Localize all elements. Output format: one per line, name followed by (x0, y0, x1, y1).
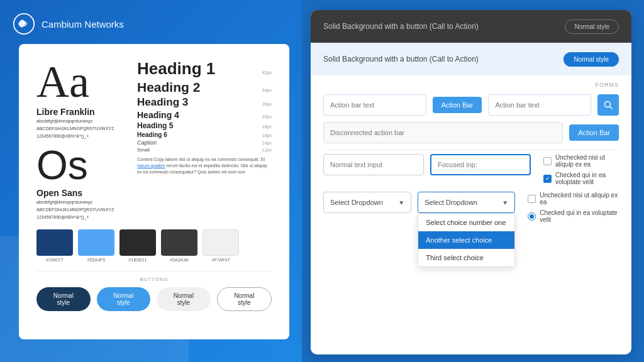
heading-row-4: Heading 4 20px (137, 110, 272, 120)
radio-label-1: Checked qui in ea voluptate velit (540, 209, 619, 223)
dropdown-option-1[interactable]: Select choice number one (418, 214, 514, 231)
heading-row-3: Heading 3 28px (137, 96, 272, 109)
action-bar-input-1[interactable] (323, 94, 426, 116)
content-copy: Content Copy labore nisi ut aliquip ex e… (137, 156, 272, 175)
text-inputs-row: Unchecked nisi ut aliquip ex ea ✓ Checke… (323, 154, 619, 185)
radio-checked-1[interactable] (528, 212, 536, 221)
banner-dark-button[interactable]: Normal style (565, 19, 619, 34)
button-outline[interactable]: Normal style (217, 287, 272, 311)
heading-3-label: Heading 3 (137, 96, 188, 109)
font-aa-display: Aa (36, 59, 125, 104)
small-row: Small 12px (137, 147, 272, 153)
font-os-display: Os (36, 145, 125, 185)
checkbox-label-3: Unchecked nisi ut aliquip ex ea (540, 192, 619, 206)
disconnected-input[interactable] (323, 122, 563, 143)
checkbox-unchecked-1[interactable] (543, 157, 552, 165)
select-dropdown-2-label: Select Dropdown (425, 199, 477, 206)
button-light[interactable]: Normal style (157, 287, 211, 311)
content-copy-link[interactable]: harum quidem (137, 163, 165, 168)
font-name-1: Libre Franklin (36, 107, 125, 117)
checkbox-group-2: Unchecked nisi ut aliquip ex ea Checked … (528, 192, 619, 223)
dropdown-option-2[interactable]: Another select choice (418, 231, 514, 249)
heading-3-size: 28px (262, 102, 272, 106)
heading-2-label: Heading 2 (137, 80, 200, 95)
banner-light: Solid Background with a button (Call to … (311, 43, 631, 75)
small-label: Small (137, 147, 150, 153)
chevron-down-icon-1: ▼ (398, 199, 404, 206)
heading-1-size: 42px (262, 70, 272, 75)
buttons-row: Normal style Normal style Normal style N… (36, 287, 272, 311)
select-dropdown-1-label: Select Dropdown (330, 199, 383, 206)
checkbox-label-2: Checked qui in ea voluptate velit (555, 172, 619, 185)
font-display-right: Heading 1 42px Heading 2 34px Heading 3 … (137, 59, 272, 221)
checkbox-item-3: Unchecked nisi ut aliquip ex ea (528, 192, 619, 206)
forms-section-label: FORMS (323, 82, 619, 88)
heading-5-label: Heading 5 (137, 121, 173, 130)
select-dropdown-2[interactable]: Select Dropdown ▼ (418, 192, 515, 213)
heading-6-label: Heading 6 (137, 131, 167, 138)
typography-card: Aa Libre Franklin abcdefghijklmnopqrstuv… (19, 44, 289, 339)
dropdown-2-container: Select Dropdown ▼ Select choice number o… (418, 192, 515, 267)
checkbox-unchecked-2[interactable] (528, 195, 536, 203)
search-icon (604, 101, 613, 109)
checkbox-item-2: ✓ Checked qui in ea voluptate velit (543, 172, 619, 185)
radio-item-1: Checked qui in ea voluptate velit (528, 209, 619, 223)
banner-dark-text: Solid Background with a button (Call to … (323, 22, 479, 31)
typography-section: Aa Libre Franklin abcdefghijklmnopqrstuv… (36, 59, 272, 221)
swatch-box-1 (36, 229, 73, 256)
swatch-1: #194077 (36, 229, 73, 262)
font-display-left: Aa Libre Franklin abcdefghijklmnopqrstuv… (36, 59, 125, 221)
chevron-down-icon-2: ▼ (502, 199, 508, 206)
caption-size: 14px (262, 141, 272, 145)
action-bar-button-1[interactable]: Action Bar (433, 97, 482, 113)
swatch-5: #F7AF47 (203, 229, 239, 262)
swatch-label-1: #194077 (46, 258, 63, 262)
logo: Cambium Networks (13, 13, 124, 35)
swatch-4: #3A3A3A (161, 229, 197, 262)
font-sample-2c: 1234567890@#$%^&*()_+ (36, 214, 125, 221)
banner-light-button[interactable]: Normal style (564, 52, 619, 67)
font-sample-1a: abcdefghijklmnopqrstuvwxyz (36, 118, 125, 124)
font-sample-2b: ABCDEFGHIJKLMNOPQRSTUVWXYZ (36, 207, 125, 213)
caption-row: Caption 14px (137, 140, 272, 146)
button-blue[interactable]: Normal style (97, 287, 151, 311)
heading-4-label: Heading 4 (137, 110, 179, 120)
checkbox-checked-1[interactable]: ✓ (543, 175, 552, 183)
font-sample-1c: 1234567890@#$%^&*()_+ (36, 133, 125, 140)
disconnected-action-bar-row: Action Bar (323, 122, 619, 143)
swatch-label-3: #1B3E21 (129, 258, 147, 262)
banner-light-text: Solid Background with a button (Call to … (323, 55, 479, 63)
buttons-section-label: BUTTONS (36, 277, 272, 282)
select-dropdown-1[interactable]: Select Dropdown ▼ (323, 192, 411, 213)
focused-text-input[interactable] (430, 154, 531, 175)
font-name-2: Open Sans (36, 188, 125, 198)
button-dark[interactable]: Normal style (36, 287, 91, 311)
search-button[interactable] (597, 94, 619, 116)
action-bar-row-1: Action Bar (323, 94, 619, 116)
heading-row-1: Heading 1 42px (137, 59, 272, 79)
checkbox-group-1: Unchecked nisi ut aliquip ex ea ✓ Checke… (543, 154, 619, 185)
swatch-box-2 (78, 229, 114, 256)
heading-2-size: 34px (262, 88, 272, 92)
banner-dark: Solid Background with a button (Call to … (311, 10, 631, 43)
dropdown-option-3[interactable]: Third select choice (418, 249, 514, 266)
heading-4-size: 20px (262, 114, 272, 119)
heading-6-size: 16px (262, 133, 272, 138)
radio-dot (530, 214, 534, 219)
swatch-label-5: #F7AF47 (212, 258, 230, 262)
swatch-box-3 (119, 229, 156, 256)
headings-list: Heading 1 42px Heading 2 34px Heading 3 … (137, 59, 272, 153)
disconnected-action-bar-button[interactable]: Action Bar (569, 124, 619, 141)
heading-1-label: Heading 1 (137, 59, 215, 79)
heading-5-size: 18px (262, 124, 272, 129)
heading-row-6: Heading 6 16px (137, 131, 272, 138)
heading-row-5: Heading 5 18px (137, 121, 272, 130)
small-size: 12px (262, 148, 272, 152)
heading-row-2: Heading 2 34px (137, 80, 272, 95)
swatch-2: #52A4F5 (78, 229, 114, 262)
action-bar-input-2[interactable] (488, 94, 591, 116)
forms-section: FORMS Action Bar Action Bar (311, 75, 631, 277)
logo-text: Cambium Networks (42, 19, 124, 30)
normal-text-input[interactable] (323, 154, 424, 175)
font-sample-1b: ABCDEFGHIJKLMNOPQRSTUVWXYZ (36, 126, 125, 132)
